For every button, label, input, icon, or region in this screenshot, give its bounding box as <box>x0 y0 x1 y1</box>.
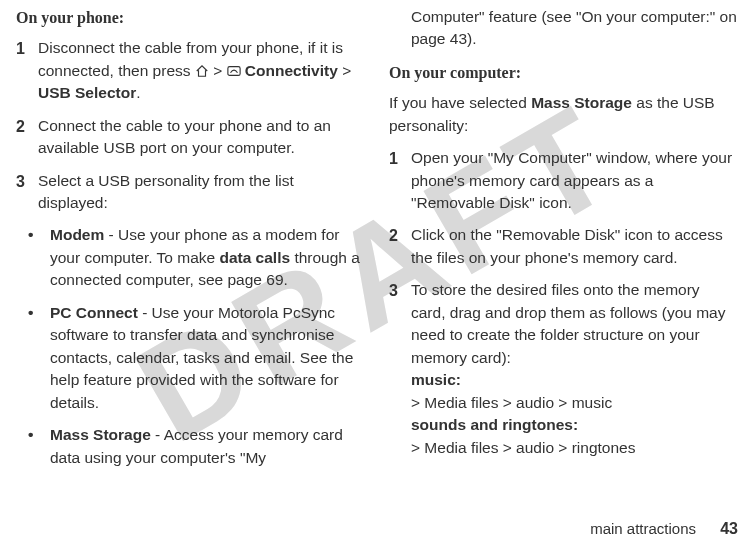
numbered-step: 2Click on the "Removable Disk" icon to a… <box>389 224 738 269</box>
step-number: 2 <box>16 115 38 160</box>
numbered-step: 3Select a USB personality from the list … <box>16 170 365 215</box>
numbered-step: 3To store the desired files onto the mem… <box>389 279 738 459</box>
step-number: 3 <box>16 170 38 215</box>
continuation-text: Computer" feature (see "On your computer… <box>411 6 738 51</box>
step-text: Connect the cable to your phone and to a… <box>38 115 365 160</box>
right-column: Computer" feature (see "On your computer… <box>389 6 738 502</box>
bullet-item: •Modem - Use your phone as a modem for y… <box>28 224 365 291</box>
page-footer: main attractions 43 <box>590 520 738 538</box>
bullet-dot: • <box>28 302 50 414</box>
step-text: Select a USB personality from the list d… <box>38 170 365 215</box>
bullet-text: Mass Storage - Access your memory card d… <box>50 424 365 469</box>
link-icon <box>227 64 241 78</box>
numbered-step: 1Open your "My Computer" window, where y… <box>389 147 738 214</box>
bullet-item: •PC Connect - Use your Motorola PcSync s… <box>28 302 365 414</box>
right-intro: If you have selected Mass Storage as the… <box>389 92 738 137</box>
page-content: On your phone: 1Disconnect the cable fro… <box>0 0 756 546</box>
right-steps: 1Open your "My Computer" window, where y… <box>389 147 738 459</box>
step-number: 2 <box>389 224 411 269</box>
step-number: 1 <box>16 37 38 104</box>
left-heading: On your phone: <box>16 6 365 29</box>
bullet-text: Modem - Use your phone as a modem for yo… <box>50 224 365 291</box>
step-text: Open your "My Computer" window, where yo… <box>411 147 738 214</box>
numbered-step: 1Disconnect the cable from your phone, i… <box>16 37 365 104</box>
bullet-item: •Mass Storage - Access your memory card … <box>28 424 365 469</box>
left-steps: 1Disconnect the cable from your phone, i… <box>16 37 365 214</box>
footer-section: main attractions <box>590 520 696 537</box>
right-heading: On your computer: <box>389 61 738 84</box>
left-bullets: •Modem - Use your phone as a modem for y… <box>16 224 365 469</box>
left-column: On your phone: 1Disconnect the cable fro… <box>16 6 365 502</box>
bullet-dot: • <box>28 424 50 469</box>
bullet-dot: • <box>28 224 50 291</box>
step-text: To store the desired files onto the memo… <box>411 279 738 459</box>
svg-rect-0 <box>227 66 239 75</box>
footer-page-number: 43 <box>720 520 738 537</box>
home-icon <box>195 64 209 78</box>
step-number: 3 <box>389 279 411 459</box>
step-number: 1 <box>389 147 411 214</box>
step-text: Click on the "Removable Disk" icon to ac… <box>411 224 738 269</box>
numbered-step: 2Connect the cable to your phone and to … <box>16 115 365 160</box>
bullet-text: PC Connect - Use your Motorola PcSync so… <box>50 302 365 414</box>
step-text: Disconnect the cable from your phone, if… <box>38 37 365 104</box>
